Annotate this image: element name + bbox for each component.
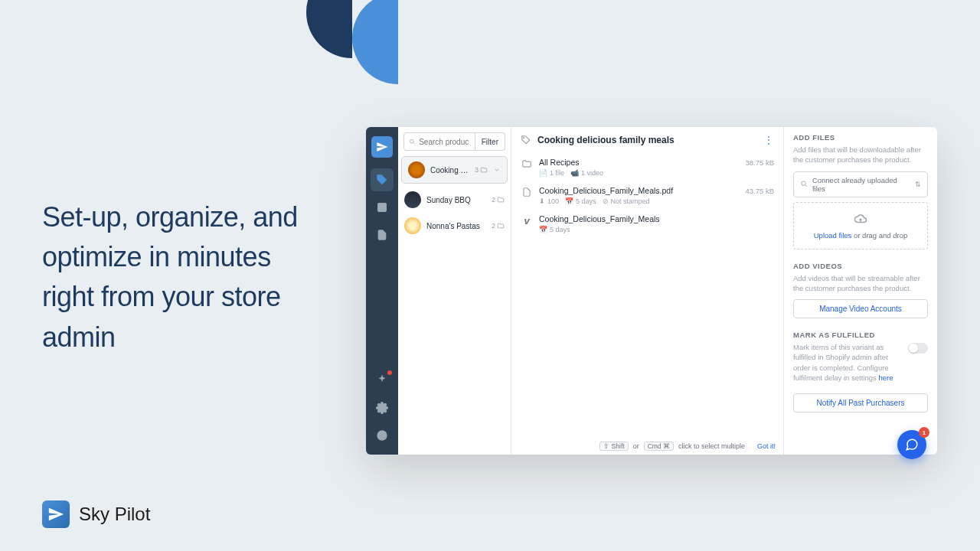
nav-files-icon[interactable] [371,223,394,246]
svg-point-6 [524,138,524,139]
nav-products-icon[interactable] [371,168,394,191]
keyboard-hint: ⇧ Shift or Cmd ⌘ click to select multipl… [511,438,783,455]
file-row-0[interactable]: All Recipes 📄 1 file 📹 1 video 38.75 kB [519,153,776,181]
file-detail-panel: Cooking delicious family meals ⋮ All Rec… [511,127,784,455]
brand-name: Sky Pilot [79,504,150,525]
product-thumb [404,217,421,234]
got-it-link[interactable]: Got it! [757,442,776,450]
product-name: Cooking delicious f... [430,166,469,174]
kbd-shift: ⇧ Shift [599,442,628,451]
file-size: 38.75 kB [746,158,775,177]
search-icon [800,180,808,188]
product-item-1[interactable]: Sunday BBQ 2 [398,187,511,213]
chat-fab[interactable]: 1 [897,430,926,459]
vimeo-icon: v [521,214,533,233]
chevron-updown-icon: ⇅ [915,181,921,188]
nav-downloads-icon[interactable] [371,196,394,219]
cloud-upload-icon [800,212,921,227]
file-meta: ⬇ 100 📅 5 days ⊘ Not stamped [539,197,740,205]
nav-sidebar [366,127,398,455]
upload-dropzone[interactable]: Upload files or drag and drop [793,202,928,249]
file-meta: 📅 5 days [539,226,774,233]
search-icon [409,138,416,146]
chat-badge: 1 [919,427,929,438]
product-list-panel: Filter Cooking delicious f... 3 Sunday B… [398,127,511,455]
nav-account-icon[interactable] [371,424,394,447]
folder-icon [521,158,533,177]
file-size: 43.75 kB [746,186,775,205]
marketing-headline: Set-up, organize, and optimize in minute… [42,197,302,357]
svg-point-4 [381,433,384,436]
add-videos-desc: Add videos that will be streamable after… [793,273,928,294]
product-thumb [404,191,421,208]
product-file-count: 2 [492,196,505,204]
search-input-wrapper[interactable] [403,132,475,151]
tag-icon [521,135,531,145]
manage-video-button[interactable]: Manage Video Accounts [793,299,928,318]
more-actions-icon[interactable]: ⋮ [763,135,774,145]
file-title: Cooking_Delicious_Family_Meals.pdf [539,186,740,195]
filter-button[interactable]: Filter [475,132,505,151]
decor-circle-light [352,0,444,84]
brand-lockup: Sky Pilot [42,500,150,528]
mark-fulfilled-desc: Mark items of this variant as fulfilled … [793,342,902,383]
brand-icon [42,500,70,528]
product-name: Nonna's Pastas [426,222,486,230]
product-item-2[interactable]: Nonna's Pastas 2 [398,213,511,239]
fulfilled-toggle[interactable] [908,343,928,354]
kbd-cmd: Cmd ⌘ [644,442,674,451]
nav-settings-icon[interactable] [371,396,394,419]
svg-point-7 [802,181,805,185]
file-icon [521,186,533,205]
app-logo-icon [371,136,393,158]
product-item-0[interactable]: Cooking delicious f... 3 [401,156,508,184]
here-link[interactable]: here [878,373,893,382]
notify-purchasers-button[interactable]: Notify All Past Purchasers [793,393,928,412]
add-files-heading: ADD FILES [793,133,928,142]
connect-files-select[interactable]: Connect already uploaded files ⇅ [793,171,928,197]
product-file-count: 3 [475,166,488,174]
file-title: Cooking_Delicious_Family_Meals [539,214,774,223]
mark-fulfilled-heading: MARK AS FULFILLED [793,331,928,339]
right-panel: ADD FILES Add files that will be downloa… [784,127,937,455]
upload-files-link[interactable]: Upload files [814,231,852,240]
product-name: Sunday BBQ [426,196,486,204]
svg-point-5 [410,139,414,143]
add-files-desc: Add files that will be downloadable afte… [793,145,928,165]
nav-sparkle-icon[interactable] [371,369,394,392]
file-title: All Recipes [539,158,740,167]
svg-point-0 [379,177,380,178]
product-thumb [408,161,425,178]
app-window: Filter Cooking delicious f... 3 Sunday B… [366,127,937,455]
file-meta: 📄 1 file 📹 1 video [539,169,740,177]
product-file-count: 2 [492,222,505,230]
chevron-down-icon [493,166,501,174]
add-videos-heading: ADD VIDEOS [793,262,928,270]
search-input[interactable] [419,138,470,146]
detail-title: Cooking delicious family meals [537,135,757,145]
file-row-1[interactable]: Cooking_Delicious_Family_Meals.pdf ⬇ 100… [519,181,776,210]
file-row-2[interactable]: v Cooking_Delicious_Family_Meals 📅 5 day… [519,210,776,238]
